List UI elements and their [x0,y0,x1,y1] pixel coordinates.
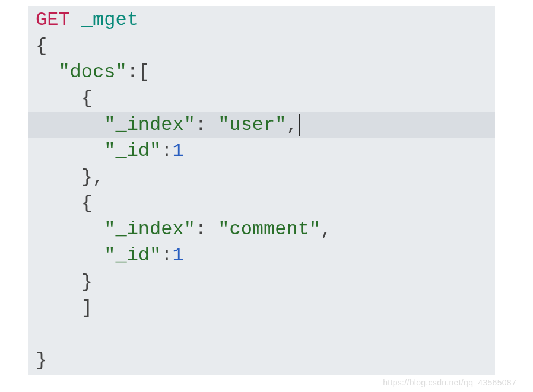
code-line: "_index": "comment", [28,216,495,243]
watermark: https://blog.csdn.net/qq_43565087 [383,377,516,381]
colon: : [195,114,207,136]
brace-open: { [81,192,93,214]
brace-open: { [81,87,93,109]
json-key: "_id" [104,140,161,162]
code-line: ] [28,295,495,321]
text-caret [299,114,300,135]
json-key: "_index" [104,114,195,136]
code-line: { [28,33,495,59]
comma: , [286,114,297,136]
json-string: "user" [218,114,286,136]
colon: : [161,140,172,162]
comma: , [321,218,332,240]
json-number: 1 [172,244,183,266]
json-number: 1 [172,140,183,162]
endpoint: _mget [81,9,138,31]
brace-open: { [36,35,47,57]
json-key: "_index" [104,218,195,240]
code-line: } [28,348,495,374]
code-editor[interactable]: GET _mget { "docs":[ { "_index": "user",… [28,6,495,375]
code-line: { [28,85,495,111]
code-line: "_id":1 [28,243,495,269]
brace-close: } [36,349,47,371]
code-line [28,321,495,348]
code-line: "_id":1 [28,138,495,164]
json-key: "_id" [104,244,161,266]
code-line: GET _mget [28,7,495,33]
http-method: GET [36,9,70,31]
code-line: } [28,269,495,295]
code-line: }, [28,164,495,190]
json-key: "docs" [58,61,126,83]
code-line: { [28,190,495,216]
code-line-active: "_index": "user", [28,112,495,138]
brace-close: } [81,166,93,188]
colon: : [161,244,172,266]
bracket-close: ] [81,297,93,319]
json-string: "comment" [218,218,321,240]
bracket-open: [ [138,61,150,83]
colon: : [195,218,207,240]
colon: : [127,61,138,83]
code-line: "docs":[ [28,59,495,85]
brace-close: } [81,271,93,293]
comma: , [93,166,104,188]
